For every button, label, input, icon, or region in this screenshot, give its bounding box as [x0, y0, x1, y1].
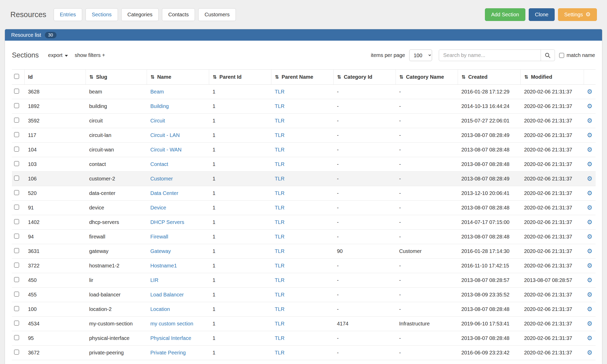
- match-name-checkbox[interactable]: [559, 53, 564, 58]
- name-link[interactable]: Device: [150, 205, 166, 210]
- row-checkbox[interactable]: [14, 176, 19, 181]
- row-checkbox[interactable]: [14, 89, 19, 94]
- row-settings-gear-icon[interactable]: ⚙: [587, 233, 592, 240]
- row-checkbox[interactable]: [14, 147, 19, 152]
- name-link[interactable]: my custom section: [150, 321, 193, 326]
- tab-entries[interactable]: Entries: [54, 8, 82, 21]
- name-link[interactable]: Physical Interface: [150, 335, 191, 341]
- parent-name-link[interactable]: TLR: [275, 292, 285, 297]
- row-checkbox[interactable]: [14, 335, 19, 340]
- row-settings-gear-icon[interactable]: ⚙: [587, 219, 592, 226]
- name-link[interactable]: Beam: [150, 89, 164, 94]
- name-link[interactable]: Building: [150, 103, 169, 109]
- row-settings-gear-icon[interactable]: ⚙: [587, 146, 592, 153]
- column-header-category-id[interactable]: ⇅Category Id: [333, 70, 396, 85]
- name-link[interactable]: Private Peering: [150, 350, 186, 355]
- row-checkbox[interactable]: [14, 248, 19, 253]
- row-settings-gear-icon[interactable]: ⚙: [587, 320, 592, 327]
- name-link[interactable]: Location: [150, 306, 170, 312]
- search-button[interactable]: [541, 49, 555, 61]
- row-checkbox[interactable]: [14, 277, 19, 282]
- row-checkbox[interactable]: [14, 118, 19, 123]
- row-checkbox[interactable]: [14, 234, 19, 239]
- parent-name-link[interactable]: TLR: [275, 234, 285, 239]
- row-checkbox[interactable]: [14, 161, 19, 166]
- parent-name-link[interactable]: TLR: [275, 306, 285, 312]
- name-link[interactable]: Hostname1: [150, 263, 177, 268]
- tab-contacts[interactable]: Contacts: [162, 8, 195, 21]
- row-checkbox[interactable]: [14, 190, 19, 195]
- row-settings-gear-icon[interactable]: ⚙: [587, 88, 592, 95]
- row-checkbox[interactable]: [14, 350, 19, 355]
- parent-name-link[interactable]: TLR: [275, 132, 285, 138]
- row-actions-cell: ⚙: [584, 157, 596, 172]
- parent-name-link[interactable]: TLR: [275, 263, 285, 268]
- row-settings-gear-icon[interactable]: ⚙: [587, 103, 592, 110]
- parent-name-link[interactable]: TLR: [275, 335, 285, 341]
- row-checkbox[interactable]: [14, 292, 19, 297]
- parent-name-link[interactable]: TLR: [275, 103, 285, 109]
- row-settings-gear-icon[interactable]: ⚙: [587, 117, 592, 124]
- parent-name-link[interactable]: TLR: [275, 176, 285, 181]
- column-header-parent-id[interactable]: ⇅Parent Id: [209, 70, 271, 85]
- row-checkbox[interactable]: [14, 321, 19, 326]
- row-settings-gear-icon[interactable]: ⚙: [587, 291, 592, 298]
- column-header-name[interactable]: ⇅Name: [147, 70, 209, 85]
- column-header-created[interactable]: ⇅Created: [458, 70, 520, 85]
- add-section-button[interactable]: Add Section: [485, 8, 525, 21]
- row-settings-gear-icon[interactable]: ⚙: [587, 305, 592, 313]
- parent-name-link[interactable]: TLR: [275, 350, 285, 355]
- row-settings-gear-icon[interactable]: ⚙: [587, 161, 592, 168]
- row-settings-gear-icon[interactable]: ⚙: [587, 262, 592, 269]
- column-header-modified[interactable]: ⇅Modified: [520, 70, 584, 85]
- row-checkbox[interactable]: [14, 263, 19, 268]
- search-input[interactable]: [439, 49, 541, 61]
- row-settings-gear-icon[interactable]: ⚙: [587, 175, 592, 182]
- tab-categories[interactable]: Categories: [121, 8, 159, 21]
- parent-name-link[interactable]: TLR: [275, 219, 285, 225]
- name-link[interactable]: Load Balancer: [150, 292, 184, 297]
- name-link[interactable]: Circuit - WAN: [150, 147, 181, 152]
- parent-name-link[interactable]: TLR: [275, 89, 285, 94]
- parent-name-link[interactable]: TLR: [275, 321, 285, 326]
- parent-name-link[interactable]: TLR: [275, 161, 285, 167]
- row-settings-gear-icon[interactable]: ⚙: [587, 276, 592, 284]
- name-link[interactable]: Firewall: [150, 234, 168, 239]
- parent-name-link[interactable]: TLR: [275, 248, 285, 254]
- row-settings-gear-icon[interactable]: ⚙: [587, 132, 592, 139]
- row-settings-gear-icon[interactable]: ⚙: [587, 247, 592, 255]
- name-link[interactable]: Data Center: [150, 190, 178, 196]
- parent-name-link[interactable]: TLR: [275, 277, 285, 283]
- name-link[interactable]: Circuit: [150, 118, 165, 123]
- row-settings-gear-icon[interactable]: ⚙: [587, 349, 592, 356]
- row-settings-gear-icon[interactable]: ⚙: [587, 190, 592, 197]
- name-link[interactable]: DHCP Servers: [150, 219, 184, 225]
- parent-name-link[interactable]: TLR: [275, 205, 285, 210]
- name-link[interactable]: Gateway: [150, 248, 171, 254]
- parent-name-link[interactable]: TLR: [275, 147, 285, 152]
- row-checkbox[interactable]: [14, 205, 19, 210]
- row-settings-gear-icon[interactable]: ⚙: [587, 204, 592, 211]
- items-per-page-select[interactable]: 100: [409, 49, 432, 61]
- parent-name-link[interactable]: TLR: [275, 118, 285, 123]
- name-link[interactable]: LIR: [150, 277, 158, 283]
- export-dropdown[interactable]: export: [48, 52, 68, 58]
- name-link[interactable]: Customer: [150, 176, 173, 181]
- row-settings-gear-icon[interactable]: ⚙: [587, 334, 592, 342]
- show-filters-toggle[interactable]: show filters +: [75, 52, 105, 58]
- name-link[interactable]: Circuit - LAN: [150, 132, 180, 138]
- column-header-slug[interactable]: ⇅Slug: [86, 70, 147, 85]
- row-checkbox[interactable]: [14, 306, 19, 311]
- parent-name-link[interactable]: TLR: [275, 190, 285, 196]
- clone-button[interactable]: Clone: [529, 8, 555, 21]
- name-link[interactable]: Contact: [150, 161, 168, 167]
- row-checkbox[interactable]: [14, 103, 19, 108]
- select-all-checkbox[interactable]: [14, 74, 19, 79]
- row-checkbox[interactable]: [14, 132, 19, 137]
- settings-button[interactable]: Settings ⚙: [558, 8, 597, 21]
- tab-sections[interactable]: Sections: [86, 8, 118, 21]
- row-checkbox[interactable]: [14, 219, 19, 224]
- column-header-parent-name[interactable]: ⇅Parent Name: [271, 70, 333, 85]
- column-header-category-name[interactable]: ⇅Category Name: [396, 70, 458, 85]
- tab-customers[interactable]: Customers: [198, 8, 236, 21]
